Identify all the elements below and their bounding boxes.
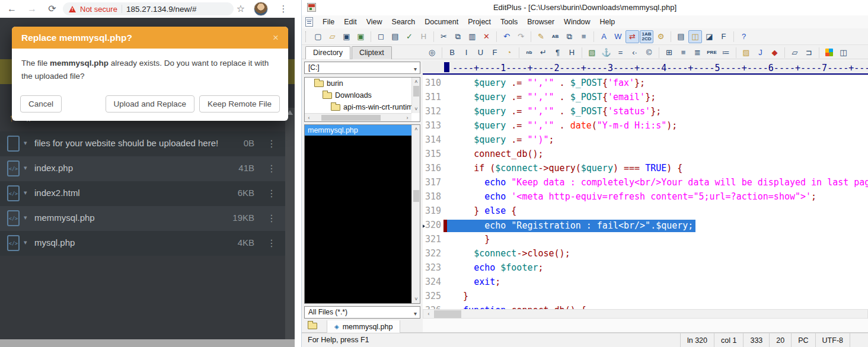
tree-item-api-ms-win-crt-runtim[interactable]: api-ms-win-crt-runtim (305, 101, 420, 113)
file-row[interactable]: ▾files for your website should be upload… (0, 131, 285, 156)
code-line[interactable]: 325 } (423, 290, 868, 304)
selected-file-item[interactable]: memmysql.php (305, 125, 411, 136)
file-name[interactable]: mysql.php (34, 237, 75, 248)
reload-icon[interactable]: ⟳ (45, 2, 59, 16)
italic-icon[interactable]: I (459, 46, 473, 59)
file-row[interactable]: </>▾mysql.php4KB⋮ (0, 231, 285, 256)
scroll-left-icon[interactable]: ‹ (305, 114, 312, 121)
html-document-icon[interactable]: H (417, 30, 430, 43)
scroll-down-icon[interactable]: ˅ (413, 295, 420, 303)
tag-icon[interactable]: ‹· (628, 46, 642, 59)
code-line[interactable]: 317 echo "Keep data : completely<br/>You… (423, 176, 868, 191)
file-list-scrollbar[interactable]: ˄ ˅ (411, 125, 420, 303)
image-icon[interactable]: ▧ (585, 46, 599, 59)
watermark-icon[interactable]: W (611, 30, 625, 43)
file-filter-selector[interactable]: All Files (*.*) ▾ (304, 306, 420, 319)
cancel-button[interactable]: Cancel (20, 95, 62, 113)
highlight-icon[interactable]: ✎ (534, 30, 548, 43)
browser-menu-icon[interactable]: ⋮ (276, 2, 291, 16)
object-picker-icon[interactable]: ◔ (502, 46, 516, 59)
profile-avatar[interactable] (254, 2, 268, 16)
file-menu-icon[interactable]: ⋮ (267, 213, 276, 224)
tab-cliptext[interactable]: Cliptext (352, 46, 392, 59)
menu-search[interactable]: Search (387, 16, 420, 28)
preferences-icon[interactable]: ⚙ (654, 30, 668, 43)
menu-view[interactable]: View (362, 16, 387, 28)
delete-icon[interactable]: ✕ (480, 30, 493, 43)
underline-icon[interactable]: U (474, 46, 487, 59)
scroll-thumb[interactable] (434, 310, 461, 318)
indent-guide-icon[interactable]: ≡ (577, 30, 591, 43)
menu-project[interactable]: Project (463, 16, 496, 28)
file-name[interactable]: index2.html (34, 188, 80, 198)
menu-tools[interactable]: Tools (496, 16, 522, 28)
code-line[interactable]: 313 $query .= "','" . date("Y-m-d H:i:s"… (423, 120, 868, 134)
horizontal-rule-icon[interactable]: = (614, 46, 627, 59)
tree-horizontal-scrollbar[interactable]: ‹ › (305, 113, 411, 121)
code-line[interactable]: 323 echo $footer; (423, 262, 868, 276)
code-line[interactable]: 311 $query .= "','" . $_POST{'email'}; (423, 91, 868, 105)
scroll-right-icon[interactable]: › (404, 114, 411, 121)
auto-indent-toggle-icon[interactable]: ⇄ (626, 30, 639, 43)
scroll-up-icon[interactable]: ˄ (413, 78, 420, 85)
chevron-down-icon[interactable]: ▾ (24, 189, 27, 197)
document-tab[interactable]: ◈ memmysql.php (327, 320, 400, 333)
line-break-icon[interactable]: ↵ (537, 46, 550, 59)
preformatted-icon[interactable]: PRE (705, 46, 719, 59)
title-bar[interactable]: EditPlus - [C:\Users\burin\Downloads\mem… (302, 0, 868, 15)
chevron-down-icon[interactable]: ▾ (24, 164, 27, 172)
forward-icon[interactable]: → (25, 2, 39, 16)
bold-icon[interactable]: B (445, 46, 459, 59)
scroll-down-icon[interactable]: ˅ (413, 105, 420, 113)
file-row[interactable]: </>▾memmysql.php19KB⋮ (0, 206, 285, 231)
scroll-thumb[interactable] (413, 190, 419, 202)
file-menu-icon[interactable]: ⋮ (267, 237, 276, 249)
chevron-down-icon[interactable]: ▾ (24, 139, 27, 147)
url-text[interactable]: 185.27.134.9/new/# (126, 5, 197, 14)
tab-directory[interactable]: Directory (305, 46, 350, 59)
code-line[interactable]: 316 if ($connect->query($query) === TRUE… (423, 162, 868, 176)
code-line[interactable]: 312 $query .= "','" . $_POST{'status'}; (423, 105, 868, 120)
bookmark-star-icon[interactable]: ☆ (234, 2, 248, 16)
paragraph-icon[interactable]: ¶ (551, 46, 564, 59)
anchor-icon[interactable]: ⚓ (599, 46, 613, 59)
align-right-icon[interactable]: ≣ (691, 46, 704, 59)
page-scrollbar[interactable] (285, 108, 295, 339)
browser-preview-icon[interactable]: ◎ (425, 46, 439, 59)
file-name[interactable]: memmysql.php (34, 213, 95, 223)
code-line[interactable]: 324 exit; (423, 276, 868, 290)
code-line[interactable]: 318 echo '<meta http-equiv=refresh conte… (423, 191, 868, 205)
file-row[interactable]: </>▾index2.html6KB⋮ (0, 181, 285, 206)
context-help-icon[interactable]: ? (737, 30, 751, 43)
code-line[interactable]: 321 } (423, 233, 868, 248)
menu-browser[interactable]: Browser (522, 16, 559, 28)
code-line[interactable]: 326 function connect_db() { (423, 304, 868, 309)
menu-window[interactable]: Window (559, 16, 595, 28)
file-name[interactable]: index.php (34, 163, 73, 173)
code-line[interactable]: 314 $query .= "')"; (423, 134, 868, 148)
copy-block-icon[interactable]: ⧉ (563, 30, 576, 43)
tree-item-downloads[interactable]: Downloads (305, 89, 420, 101)
upload-and-replace-button[interactable]: Upload and Replace (106, 95, 194, 113)
paste-icon[interactable]: ▥ (465, 30, 479, 43)
menu-edit[interactable]: Edit (339, 16, 362, 28)
font-icon[interactable]: A (597, 30, 611, 43)
editor-horizontal-scrollbar[interactable]: ‹ (423, 309, 868, 319)
script-icon[interactable]: ▨ (739, 46, 753, 59)
java-applet-icon[interactable]: J (754, 46, 767, 59)
document-selector-icon[interactable]: ◪ (703, 30, 716, 43)
code-line[interactable]: 322 $connect->close(); (423, 248, 868, 262)
file-menu-icon[interactable]: ⋮ (267, 188, 276, 199)
new-document-icon[interactable]: ▢ (311, 30, 325, 43)
file-menu-icon[interactable]: ⋮ (267, 163, 276, 174)
align-center-icon[interactable]: ≡ (676, 46, 690, 59)
find-highlight-icon[interactable]: AB (548, 30, 562, 43)
file-name[interactable]: files for your website should be uploade… (34, 138, 218, 148)
split-window-icon[interactable]: ◫ (837, 46, 850, 59)
save-icon[interactable]: ▣ (340, 30, 353, 43)
drive-selector[interactable]: [C:] ▾ (304, 62, 420, 74)
tree-item-burin[interactable]: burin (305, 78, 420, 89)
font-tag-icon[interactable]: F (488, 46, 502, 59)
address-bar[interactable]: Not secure 185.27.134.9/new/# (63, 2, 234, 15)
table-icon[interactable]: ⊞ (662, 46, 676, 59)
